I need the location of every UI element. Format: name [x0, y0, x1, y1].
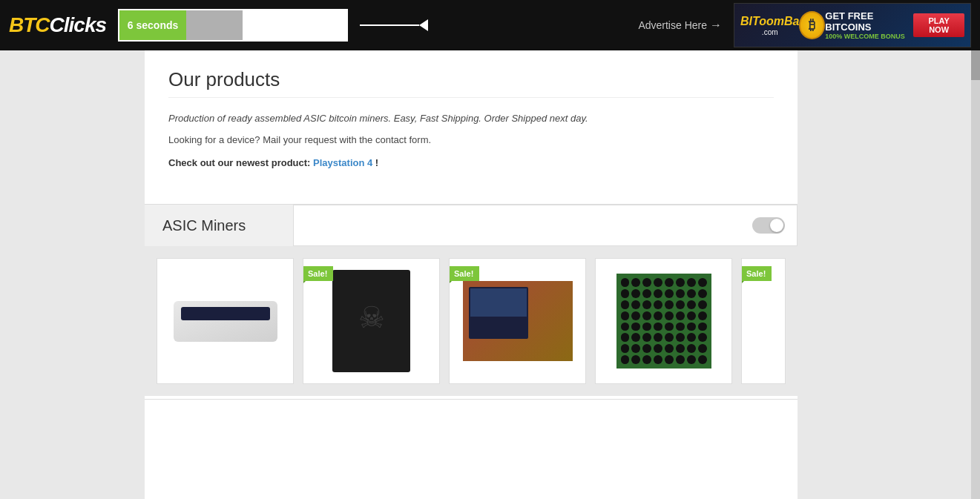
products-title: Our products — [168, 68, 774, 98]
banner-brand: BIToomBa — [740, 15, 799, 28]
timer-progress-bar — [186, 10, 243, 40]
advertise-label: Advertise Here — [638, 19, 707, 31]
asic-title-box: ASIC Miners — [145, 205, 293, 246]
logo-clicks: Clicks — [50, 13, 107, 37]
timer-bar-area — [186, 10, 346, 40]
sale-badge-gaming-case: Sale! — [303, 266, 333, 281]
bottom-section — [145, 399, 798, 436]
products-newest: Check out our newest product: Playstatio… — [168, 157, 774, 168]
play-now-button[interactable]: PLAY NOW — [913, 13, 964, 37]
gaming-case-image — [332, 270, 410, 372]
products-description: Production of ready assembled ASIC bitco… — [168, 113, 774, 124]
asic-header: ASIC Miners — [145, 205, 798, 246]
product-card-asic-board[interactable] — [595, 258, 732, 384]
playstation4-link[interactable]: Playstation 4 — [313, 157, 372, 168]
main-wrapper: Our products Production of ready assembl… — [0, 50, 980, 499]
asic-content-box — [293, 205, 798, 246]
products-newest-prefix: Check out our newest product: — [168, 157, 313, 168]
header: BTC Clicks 6 seconds Advertise Here → BI… — [0, 0, 980, 50]
banner-headline2: 100% WELCOME BONUS — [825, 33, 905, 40]
product-card-ps4[interactable]: Sale! — [449, 258, 586, 384]
product-card-gaming-case[interactable]: Sale! — [303, 258, 440, 384]
bitcoin-coin-icon: ₿ — [799, 11, 825, 39]
banner-text: GET FREE BITCOINS 100% WELCOME BONUS — [825, 10, 913, 40]
products-section: Our products Production of ready assembl… — [145, 50, 798, 192]
banner-headline1: GET FREE BITCOINS — [825, 10, 913, 33]
ps4-image — [463, 281, 573, 361]
asic-section-title: ASIC Miners — [162, 217, 246, 234]
banner-com: .com — [762, 28, 778, 36]
scrollbar[interactable] — [971, 50, 980, 499]
product-card-usb-hub[interactable] — [157, 258, 294, 384]
advertise-arrow: → — [710, 19, 722, 32]
toggle-knob — [770, 219, 783, 232]
logo-btc: BTC — [9, 13, 50, 37]
scrollbar-thumb[interactable] — [971, 50, 980, 80]
arrow-line — [360, 19, 428, 31]
asic-miners-section: ASIC Miners Sale! — [145, 204, 798, 396]
timer-countdown: 6 seconds — [119, 10, 186, 40]
content-area: Our products Production of ready assembl… — [145, 50, 798, 499]
left-sidebar — [0, 50, 145, 499]
product-grid: Sale! Sale! — [145, 246, 798, 396]
banner-logo: BIToomBa .com — [740, 15, 799, 36]
products-looking: Looking for a device? Mail your request … — [168, 134, 774, 145]
product-card-partial[interactable]: Sale! — [741, 258, 786, 384]
arrow-area — [360, 19, 428, 31]
banner-ad[interactable]: BIToomBa .com ₿ GET FREE BITCOINS 100% W… — [734, 3, 971, 47]
toggle-switch[interactable] — [752, 217, 785, 234]
sale-badge-partial: Sale! — [741, 266, 772, 281]
products-newest-suffix: ! — [372, 157, 378, 168]
timer-box: 6 seconds — [118, 9, 348, 42]
logo[interactable]: BTC Clicks — [9, 13, 106, 37]
asic-board-image — [616, 274, 711, 369]
arrow-head — [419, 19, 428, 31]
sale-badge-ps4: Sale! — [449, 266, 479, 281]
usb-hub-image — [174, 301, 277, 342]
advertise-link[interactable]: Advertise Here → — [638, 19, 722, 32]
